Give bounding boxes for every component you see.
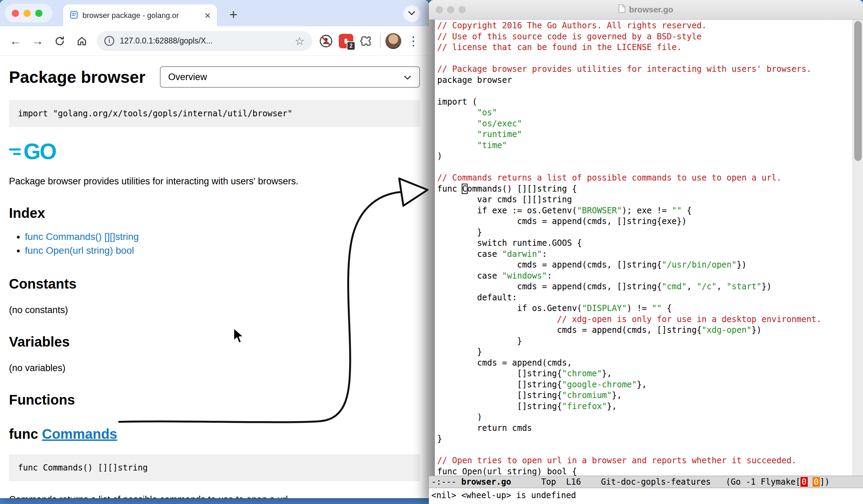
window-controls	[5, 4, 52, 22]
code-line: package browser	[437, 75, 853, 86]
code-token	[437, 140, 477, 150]
code-line: )	[437, 151, 853, 162]
index-link[interactable]: func Open(url string) bool	[25, 245, 134, 256]
blocker-extension-icon[interactable]	[317, 32, 335, 50]
extensions-puzzle-icon[interactable]	[357, 32, 375, 50]
index-heading: Index	[9, 205, 420, 221]
minimize-window-button[interactable]	[23, 10, 31, 17]
code-token: case	[437, 271, 502, 281]
code-token: cmds = append(cmds, []string{exe})	[437, 216, 687, 226]
emacs-body: // Copyright 2016 The Go Authors. All ri…	[429, 20, 863, 476]
code-line: "runtime"	[437, 129, 853, 140]
code-token: switch runtime.GOOS {	[437, 238, 582, 248]
minimize-window-button[interactable]	[447, 6, 454, 13]
zoom-window-button[interactable]	[35, 10, 42, 17]
code-line	[437, 162, 853, 173]
code-line: []string{"chromium"},	[437, 390, 853, 401]
func-commands-link[interactable]: Commands	[42, 426, 117, 442]
code-area[interactable]: // Copyright 2016 The Go Authors. All ri…	[435, 20, 853, 476]
code-line: // Use of this source code is governed b…	[437, 31, 853, 42]
code-line: func Open(url string) bool {	[437, 466, 853, 476]
browser-menu-icon[interactable]: ⋮	[403, 31, 423, 51]
view-dropdown-value: Overview	[168, 72, 207, 83]
home-button[interactable]	[72, 31, 92, 51]
page-title: Package browser	[9, 68, 145, 87]
profile-avatar[interactable]	[385, 33, 401, 49]
code-line: // Package browser provides utilities fo…	[437, 64, 853, 75]
adblock-extension-icon[interactable]: 2	[337, 32, 355, 50]
close-window-button[interactable]	[12, 10, 19, 17]
code-line: // Open tries to open url in a browser a…	[437, 455, 853, 466]
code-token: cmds = append(cmds, []string{	[437, 325, 702, 335]
bookmark-star-icon[interactable]: ☆	[295, 35, 305, 48]
code-token: },	[612, 390, 622, 400]
code-token: "runtime"	[477, 129, 522, 139]
code-token: "DISPLAY"	[582, 303, 627, 313]
code-token: "firefox"	[562, 401, 607, 411]
tab-close-icon[interactable]: ×	[204, 10, 211, 21]
code-line: []string{"firefox"},	[437, 401, 853, 412]
emacs-echo-area: <nil> <wheel-up> is undefined	[429, 488, 863, 504]
index-link[interactable]: func Commands() [][]string	[25, 231, 139, 242]
func-commands-heading: func Commands	[9, 426, 420, 442]
extension-badge: 2	[347, 41, 355, 50]
site-info-icon[interactable]: i	[104, 36, 114, 46]
code-token: // xdg-open is only for use in a desktop…	[557, 314, 822, 324]
code-line: var cmds [][]string	[437, 194, 853, 205]
close-window-button[interactable]	[436, 6, 443, 13]
code-token: },	[637, 380, 647, 389]
code-line: func Commands() [][]string {	[437, 184, 853, 195]
code-token: []string{	[437, 380, 562, 389]
chrome-toolbar: ← → i 127.0.0.1:62888/gopls/X... ☆ 2 ⋮	[0, 26, 429, 56]
chrome-tab-strip: browser package - golang.or × +	[0, 0, 429, 26]
code-token: }	[437, 336, 522, 346]
document-icon	[619, 4, 625, 15]
scrollbar-thumb[interactable]	[854, 21, 862, 161]
modeline-buffer-name[interactable]: browser.go	[461, 477, 511, 487]
code-token: },	[607, 401, 617, 411]
browser-tab[interactable]: browser package - golang.or ×	[63, 4, 217, 26]
code-token: })	[751, 325, 761, 335]
emacs-modeline[interactable]: -:--- browser.go Top L16 Git-doc-gopls-f…	[429, 476, 863, 488]
code-line: }	[437, 434, 853, 445]
go-logo-dashes	[9, 146, 21, 157]
code-line	[437, 86, 853, 97]
variables-text: (no variables)	[9, 363, 420, 374]
url-bar[interactable]: i 127.0.0.1:62888/gopls/X... ☆	[97, 31, 312, 51]
code-line: }	[437, 347, 853, 358]
code-token: ,	[717, 282, 727, 291]
index-list: func Commands() [][]stringfunc Open(url …	[9, 230, 420, 258]
code-token: default:	[437, 293, 517, 302]
code-token: )	[437, 151, 442, 161]
flymake-warning-count[interactable]: 0	[813, 477, 819, 487]
code-token: []string{	[437, 369, 562, 378]
code-token: ""	[652, 303, 662, 313]
scrollbar-track[interactable]	[853, 20, 863, 476]
zoom-window-button[interactable]	[459, 6, 466, 13]
code-token: if os.Getenv(	[437, 303, 582, 313]
code-token: // license that can be found in the LICE…	[437, 42, 682, 52]
code-line: import (	[437, 97, 853, 108]
emacs-window-controls	[436, 6, 466, 13]
view-dropdown[interactable]: Overview	[160, 66, 420, 88]
code-token: "darwin"	[502, 249, 542, 259]
code-token: :	[547, 271, 552, 281]
forward-button[interactable]: →	[28, 31, 48, 51]
code-token: package browser	[437, 75, 512, 85]
code-token: ); exe !=	[622, 206, 672, 215]
reload-button[interactable]	[50, 31, 70, 51]
back-button[interactable]: ←	[6, 31, 26, 51]
url-text[interactable]: 127.0.0.1:62888/gopls/X...	[120, 36, 289, 46]
new-tab-button[interactable]: +	[225, 6, 242, 23]
code-line: "os"	[437, 107, 853, 118]
code-line: case "darwin":	[437, 249, 853, 260]
flymake-error-count[interactable]: 0	[800, 477, 807, 487]
code-line: // Commands returns a list of possible c…	[437, 173, 853, 184]
code-line: // license that can be found in the LICE…	[437, 42, 853, 53]
code-line: []string{"google-chrome"},	[437, 379, 853, 390]
code-token: cmds = append(cmds, []string{	[437, 282, 662, 291]
code-line: cmds = append(cmds, []string{"xdg-open"}…	[437, 325, 853, 336]
code-line: "os/exec"	[437, 118, 853, 129]
tab-search-button[interactable]	[403, 6, 420, 22]
left-scrollbar[interactable]	[429, 20, 435, 476]
